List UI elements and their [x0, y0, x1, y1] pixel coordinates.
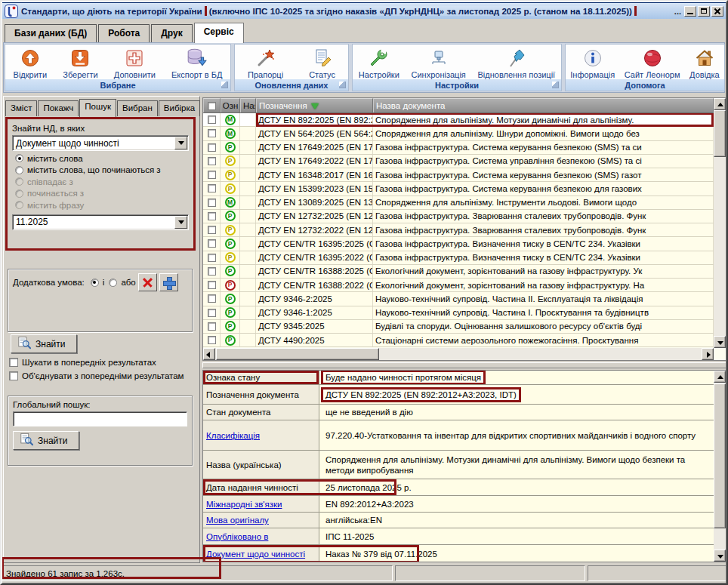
row-checkbox[interactable] [208, 281, 216, 289]
table-row[interactable]: РДСТУ EN 17649:2022 (EN 17649:2022,Газов… [203, 155, 714, 168]
column-header-ozn[interactable]: Озн [221, 98, 240, 112]
search-mode-radio-2[interactable]: містить слова, що починаються з [15, 165, 189, 174]
details-link[interactable]: Міжнародні зв'язки [206, 500, 282, 509]
table-row[interactable]: РДСТУ CEN/TR 16395:2022 (CEN/TR 16:Газов… [203, 251, 714, 265]
select-all-checkbox[interactable] [208, 102, 216, 110]
add-condition-button[interactable] [159, 273, 178, 291]
sidebar-tab-3[interactable]: Пошук [79, 99, 116, 117]
chevron-down-icon[interactable] [174, 216, 187, 229]
row-checkbox[interactable] [208, 143, 216, 152]
ribbon-button[interactable]: Відновлення позиції [476, 46, 558, 79]
ribbon-button[interactable]: Синхронізація [409, 46, 468, 79]
ribbon-button[interactable]: Експорт в БД [169, 46, 224, 79]
ribbon-button[interactable]: Статус [307, 46, 338, 79]
merge-previous-checkbox[interactable]: Об'єднувати з попередніми результатам [9, 371, 198, 380]
row-checkbox[interactable] [208, 212, 216, 220]
scroll-down-icon[interactable] [714, 550, 726, 562]
chevron-down-icon[interactable] [174, 137, 187, 149]
row-checkbox[interactable] [208, 184, 216, 192]
row-checkbox[interactable] [208, 129, 216, 137]
row-checkbox[interactable] [208, 115, 216, 124]
ribbon-button[interactable]: Настройки [356, 46, 402, 79]
row-checkbox[interactable] [208, 336, 216, 344]
sidebar-tab-1[interactable]: Зміст [5, 100, 37, 116]
ribbon-button[interactable]: Прапорці [245, 46, 285, 79]
grid-horizontal-scrollbar[interactable] [203, 348, 714, 360]
ribbon-button[interactable]: Доповнити [112, 46, 158, 79]
table-row[interactable]: МДСТУ EN 13089:2025 (EN 13089:2011+Споря… [203, 196, 714, 210]
find-button[interactable]: Знайти [11, 334, 77, 353]
grid-vertical-scrollbar[interactable] [714, 98, 726, 348]
ribbon-button[interactable]: Інформація [568, 46, 617, 79]
search-mode-radio-1[interactable]: містить слова [15, 154, 189, 163]
dialog-launcher-icon[interactable] [552, 82, 559, 88]
table-row[interactable]: РДСТУ CEN/TR 16388:2022 (CEN/TR 16:Еколо… [203, 279, 714, 292]
scrollbar-thumb[interactable] [714, 383, 726, 528]
details-link[interactable]: Документ щодо чинності [206, 550, 305, 559]
and-radio[interactable]: і [91, 278, 105, 287]
dialog-launcher-icon[interactable] [221, 82, 228, 88]
global-find-button[interactable]: Знайти [13, 431, 79, 450]
search-field-combobox[interactable]: Документ щодо чинності [12, 135, 189, 151]
table-row[interactable]: РДСТУ EN 15399:2023 (EN 15399:2018,Газов… [203, 182, 714, 196]
global-search-input[interactable] [13, 411, 187, 426]
row-checkbox[interactable] [208, 267, 216, 276]
row-checkbox[interactable] [208, 239, 216, 248]
details-link[interactable]: Опубліковано в [206, 532, 268, 541]
scrollbar-thumb[interactable] [714, 110, 726, 157]
column-header-document-name[interactable]: Назва документа [373, 98, 714, 112]
ribbon-button[interactable]: Зберегти [60, 46, 100, 79]
sidebar-tab-5[interactable]: Вибірка [159, 100, 200, 116]
maximize-button[interactable] [698, 6, 710, 17]
filter-icon[interactable] [311, 103, 319, 113]
column-header-designation[interactable]: Позначення [256, 98, 373, 112]
table-row[interactable]: РДСТУ 4490:2025Стаціонарні системи аероз… [203, 334, 714, 347]
row-checkbox[interactable] [208, 309, 216, 317]
table-row[interactable]: РДСТУ EN 16348:2017 (EN 16348:2013,Газов… [203, 168, 714, 182]
details-link[interactable]: Класифікація [206, 431, 260, 440]
row-checkbox[interactable] [208, 157, 216, 165]
ribbon-tab-2[interactable]: Робота [98, 24, 150, 42]
minimize-button[interactable] [684, 6, 696, 17]
scroll-down-icon[interactable] [714, 336, 726, 348]
ribbon-tab-4[interactable]: Сервіс [194, 23, 244, 43]
search-previous-checkbox[interactable]: Шукати в попередніх результатах [9, 358, 198, 367]
ribbon-tab-3[interactable]: Друк [151, 24, 192, 42]
table-row[interactable]: РДСТУ 9346-2:2025Науково-технічний супро… [203, 292, 714, 306]
row-checkbox[interactable] [208, 254, 216, 262]
details-vertical-scrollbar[interactable] [714, 371, 726, 562]
search-term-combobox[interactable]: 11.2025 [12, 214, 189, 230]
close-button[interactable] [711, 6, 723, 17]
scroll-up-icon[interactable] [714, 371, 726, 383]
scroll-up-icon[interactable] [714, 98, 726, 110]
sidebar-tab-2[interactable]: Покажч [38, 100, 79, 116]
scroll-left-icon[interactable] [203, 348, 215, 360]
table-row[interactable]: РДСТУ CEN/TR 16395:2025 (CEN/TR 16:Газов… [203, 237, 714, 251]
sidebar-tab-4[interactable]: Вибран [117, 100, 158, 116]
scrollbar-thumb[interactable] [216, 348, 379, 360]
ribbon-button[interactable]: Відкрити [11, 46, 49, 79]
table-row[interactable]: РДСТУ EN 17649:2025 (EN 17649:2022,Газов… [203, 141, 714, 155]
table-row[interactable]: РДСТУ 9345:2025Будівлі та споруди. Оціню… [203, 320, 714, 334]
delete-condition-button[interactable] [138, 273, 157, 291]
table-row[interactable]: РДСТУ EN 12732:2022 (EN 12732:2021,Газов… [203, 223, 714, 237]
table-row[interactable]: РДСТУ 9346-1:2025Науково-технічний супро… [203, 306, 714, 320]
table-row[interactable]: МДСТУ EN 892:2025 (EN 892:2012+A3:2(Спор… [203, 113, 714, 127]
or-radio[interactable]: або [109, 278, 135, 287]
scroll-right-icon[interactable] [702, 348, 714, 360]
details-link[interactable]: Мова оригіналу [206, 516, 269, 525]
table-row[interactable]: МДСТУ EN 564:2025 (EN 564:2023, IDT)Спор… [203, 127, 714, 140]
dialog-launcher-icon[interactable] [339, 82, 346, 88]
splitter-handle[interactable] [202, 362, 726, 368]
column-header-naya[interactable]: Ная [240, 98, 256, 112]
ribbon-button[interactable]: Сайт Леонорм [622, 46, 683, 79]
row-checkbox[interactable] [208, 171, 216, 179]
table-row[interactable]: РДСТУ CEN/TR 16388:2025 (CEN/TR 16:Еколо… [203, 265, 714, 279]
row-checkbox[interactable] [208, 294, 216, 303]
row-checkbox[interactable] [208, 199, 216, 207]
table-row[interactable]: РДСТУ EN 12732:2025 (EN 12732:2021,Газов… [203, 210, 714, 223]
ribbon-button[interactable]: Довідка [687, 46, 722, 79]
ribbon-tab-1[interactable]: Бази даних (БД) [5, 24, 97, 42]
row-checkbox[interactable] [208, 226, 216, 234]
row-checkbox[interactable] [208, 322, 216, 331]
